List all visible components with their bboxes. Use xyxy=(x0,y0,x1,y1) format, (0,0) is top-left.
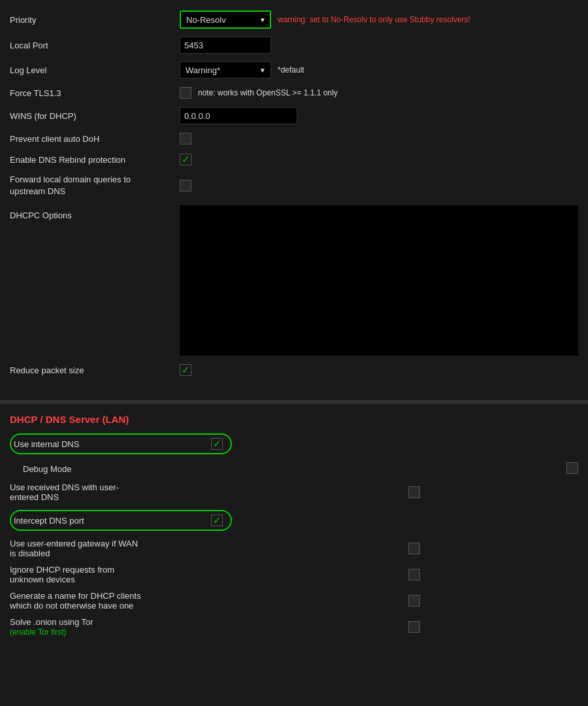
reduce-packet-label: Reduce packet size xyxy=(10,365,180,375)
solve-onion-row: Solve .onion using Tor (enable Tor first… xyxy=(10,614,578,640)
priority-warning: warning: set to No-Resolv to only use St… xyxy=(278,15,470,24)
use-internal-dns-checkbox[interactable]: ✓ xyxy=(211,438,223,450)
prevent-doh-row: Prevent client auto DoH xyxy=(10,128,578,149)
priority-label: Priority xyxy=(10,15,180,25)
ignore-dhcp-checkbox[interactable] xyxy=(408,569,420,580)
bottom-section: DHCP / DNS Server (LAN) Use internal DNS… xyxy=(0,404,588,653)
log-level-select[interactable]: Warning* xyxy=(180,61,271,78)
prevent-doh-checkbox[interactable] xyxy=(180,133,191,144)
intercept-dns-checkbox[interactable]: ✓ xyxy=(211,514,223,526)
use-received-dns-checkbox[interactable] xyxy=(408,486,420,498)
dns-rebind-label: Enable DNS Rebind protection xyxy=(10,155,180,165)
user-gateway-row: Use user-entered gateway if WAN is disab… xyxy=(10,535,578,562)
local-port-input[interactable] xyxy=(180,37,271,54)
user-gateway-label: Use user-entered gateway if WAN is disab… xyxy=(10,539,138,558)
generate-name-checkbox[interactable] xyxy=(408,595,420,607)
reduce-packet-checkbox[interactable]: ✓ xyxy=(180,364,191,376)
generate-name-row: Generate a name for DHCP clients which d… xyxy=(10,588,578,614)
log-level-note: *default xyxy=(278,65,304,75)
debug-mode-checkbox[interactable] xyxy=(566,462,578,474)
forward-local-row: Forward local domain queries to upstream… xyxy=(10,170,578,201)
log-level-label: Log Level xyxy=(10,65,180,75)
user-gateway-checkbox[interactable] xyxy=(408,543,420,554)
intercept-dns-label: Intercept DNS port xyxy=(14,516,211,526)
dhcpc-options-textarea[interactable] xyxy=(180,205,578,356)
reduce-packet-checkmark-icon: ✓ xyxy=(182,364,190,376)
priority-row: Priority No-Resolv ▼ warning: set to No-… xyxy=(10,7,578,33)
wins-input[interactable] xyxy=(180,107,297,124)
use-internal-dns-checkmark-icon: ✓ xyxy=(213,438,221,450)
dhcpc-options-label: DHCPC Options xyxy=(10,205,180,220)
dns-rebind-checkmark-icon: ✓ xyxy=(182,154,190,165)
prevent-doh-label: Prevent client auto DoH xyxy=(10,134,180,144)
solve-onion-label: Solve .onion using Tor xyxy=(10,617,93,627)
use-internal-dns-row: Use internal DNS ✓ xyxy=(10,433,232,454)
local-port-row: Local Port xyxy=(10,33,578,58)
reduce-packet-row: Reduce packet size ✓ xyxy=(10,360,578,380)
local-port-label: Local Port xyxy=(10,41,180,50)
log-level-select-wrapper: Warning* ▼ xyxy=(180,61,271,78)
priority-select[interactable]: No-Resolv xyxy=(180,10,271,29)
dns-rebind-row: Enable DNS Rebind protection ✓ xyxy=(10,149,578,170)
log-level-row: Log Level Warning* ▼ *default xyxy=(10,58,578,82)
solve-onion-checkbox[interactable] xyxy=(408,621,420,633)
dns-rebind-checkbox[interactable]: ✓ xyxy=(180,154,191,165)
intercept-dns-row: Intercept DNS port ✓ xyxy=(10,510,232,531)
forward-local-label: Forward local domain queries to upstream… xyxy=(10,174,180,197)
debug-mode-label: Debug Mode xyxy=(23,464,561,474)
force-tls-checkbox[interactable] xyxy=(180,87,191,99)
priority-select-wrapper: No-Resolv ▼ xyxy=(180,10,271,29)
ignore-dhcp-label: Ignore DHCP requests from unknown device… xyxy=(10,565,114,584)
enable-tor-link[interactable]: (enable Tor first) xyxy=(10,628,67,637)
intercept-dns-checkmark-icon: ✓ xyxy=(213,514,221,526)
debug-mode-row: Debug Mode xyxy=(10,459,578,479)
wins-label: WINS (for DHCP) xyxy=(10,111,180,121)
use-received-dns-label: Use received DNS with user- entered DNS xyxy=(10,482,119,502)
top-section: Priority No-Resolv ▼ warning: set to No-… xyxy=(0,0,588,394)
force-tls-row: Force TLS1.3 note: works with OpenSSL >=… xyxy=(10,82,578,103)
use-received-dns-row: Use received DNS with user- entered DNS xyxy=(10,479,578,505)
force-tls-note: note: works with OpenSSL >= 1.1.1 only xyxy=(198,88,338,97)
dhcpc-options-row: DHCPC Options xyxy=(10,201,578,360)
section-title: DHCP / DNS Server (LAN) xyxy=(10,414,578,425)
generate-name-label: Generate a name for DHCP clients which d… xyxy=(10,591,141,611)
use-internal-dns-label: Use internal DNS xyxy=(14,439,211,449)
wins-row: WINS (for DHCP) xyxy=(10,103,578,128)
ignore-dhcp-row: Ignore DHCP requests from unknown device… xyxy=(10,562,578,588)
forward-local-checkbox[interactable] xyxy=(180,180,191,192)
force-tls-label: Force TLS1.3 xyxy=(10,88,180,98)
